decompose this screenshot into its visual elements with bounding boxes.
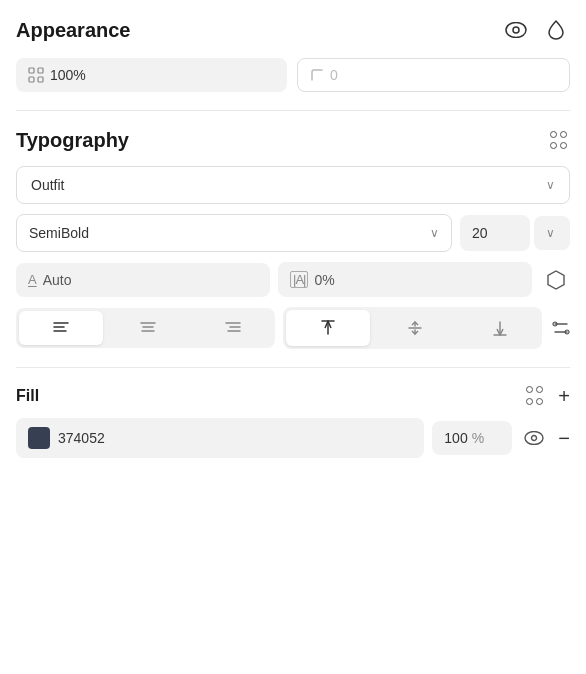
valign-top-button[interactable] bbox=[286, 310, 370, 346]
font-weight-value: SemiBold bbox=[29, 225, 89, 241]
fill-color-row: 374052 100 % − bbox=[16, 418, 570, 458]
typography-title: Typography bbox=[16, 129, 129, 152]
typography-hex-icon[interactable] bbox=[542, 266, 570, 294]
remove-fill-button[interactable]: − bbox=[558, 428, 570, 448]
appearance-title: Appearance bbox=[16, 19, 131, 42]
appearance-header: Appearance bbox=[16, 16, 570, 44]
vertical-align-group bbox=[283, 307, 542, 349]
font-size-chevron-icon: ∨ bbox=[546, 226, 555, 240]
line-letter-row: A Auto |A| 0% bbox=[16, 262, 570, 297]
font-family-chevron-icon: ∨ bbox=[546, 178, 555, 192]
letter-spacing-value: 0% bbox=[314, 272, 334, 288]
line-height-field[interactable]: A Auto bbox=[16, 263, 270, 297]
text-align-group bbox=[16, 308, 275, 348]
align-left-button[interactable] bbox=[19, 311, 103, 345]
fill-color-field[interactable]: 374052 bbox=[16, 418, 424, 458]
fill-options-icon[interactable] bbox=[526, 386, 546, 406]
grid-icon bbox=[28, 67, 44, 83]
letter-spacing-field[interactable]: |A| 0% bbox=[278, 262, 532, 297]
typography-more-icon[interactable] bbox=[552, 319, 570, 337]
font-size-value: 20 bbox=[472, 225, 488, 241]
fill-color-hex: 374052 bbox=[58, 430, 105, 446]
drop-icon[interactable] bbox=[542, 16, 570, 44]
font-weight-chevron-icon: ∨ bbox=[430, 226, 439, 240]
fill-opacity-value: 100 bbox=[444, 430, 467, 446]
fill-section: Fill + 374052 100 % bbox=[16, 386, 570, 458]
svg-marker-6 bbox=[548, 271, 564, 289]
valign-bottom-button[interactable] bbox=[458, 307, 542, 349]
font-family-select[interactable]: Outfit ∨ bbox=[16, 166, 570, 204]
align-right-button[interactable] bbox=[191, 308, 275, 348]
svg-rect-5 bbox=[38, 77, 43, 82]
fill-visibility-icon[interactable] bbox=[520, 424, 548, 452]
letter-spacing-icon: |A| bbox=[290, 271, 308, 288]
font-family-value: Outfit bbox=[31, 177, 64, 193]
corner-radius-value: 0 bbox=[330, 67, 338, 83]
visibility-icon[interactable] bbox=[502, 16, 530, 44]
svg-rect-3 bbox=[38, 68, 43, 73]
line-height-value: Auto bbox=[43, 272, 72, 288]
fill-header-controls: + bbox=[526, 386, 570, 406]
fill-color-swatch bbox=[28, 427, 50, 449]
add-fill-button[interactable]: + bbox=[558, 386, 570, 406]
fill-title: Fill bbox=[16, 387, 39, 405]
line-height-icon: A bbox=[28, 272, 37, 287]
divider-2 bbox=[16, 367, 570, 368]
fill-opacity-field[interactable]: 100 % bbox=[432, 421, 512, 455]
svg-point-0 bbox=[506, 23, 526, 38]
font-size-field[interactable]: 20 bbox=[460, 215, 530, 251]
appearance-controls-row: 100% 0 bbox=[16, 58, 570, 92]
opacity-value: 100% bbox=[50, 67, 86, 83]
divider-1 bbox=[16, 110, 570, 111]
svg-point-1 bbox=[513, 27, 519, 33]
corner-radius-field[interactable]: 0 bbox=[297, 58, 570, 92]
fill-action-icons: − bbox=[520, 424, 570, 452]
font-size-unit-select[interactable]: ∨ bbox=[534, 216, 570, 250]
svg-point-28 bbox=[532, 436, 537, 441]
svg-rect-4 bbox=[29, 77, 34, 82]
font-weight-select[interactable]: SemiBold ∨ bbox=[16, 214, 452, 252]
font-weight-size-row: SemiBold ∨ 20 ∨ bbox=[16, 214, 570, 252]
fill-opacity-symbol: % bbox=[472, 430, 484, 446]
valign-middle-button[interactable] bbox=[373, 307, 457, 349]
typography-options-icon[interactable] bbox=[550, 131, 570, 151]
corner-radius-icon bbox=[310, 68, 324, 82]
appearance-panel: Appearance 100% bbox=[0, 0, 586, 474]
opacity-field[interactable]: 100% bbox=[16, 58, 287, 92]
typography-header: Typography bbox=[16, 129, 570, 152]
typography-section: Typography Outfit ∨ SemiBold ∨ 20 ∨ bbox=[16, 129, 570, 349]
alignment-row bbox=[16, 307, 570, 349]
svg-point-27 bbox=[525, 432, 543, 445]
appearance-header-icons bbox=[502, 16, 570, 44]
svg-rect-2 bbox=[29, 68, 34, 73]
fill-header: Fill + bbox=[16, 386, 570, 406]
align-center-button[interactable] bbox=[106, 308, 190, 348]
